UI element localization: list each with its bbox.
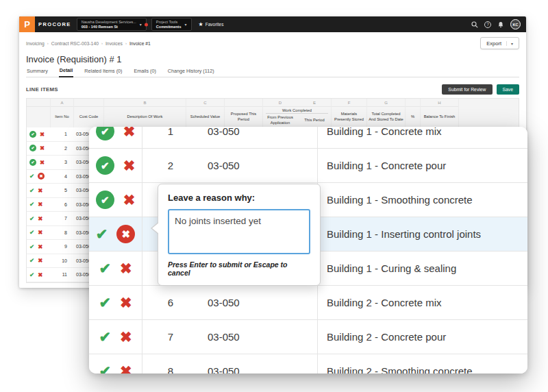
help-icon[interactable]: ? [484,21,491,28]
column-group-work-completed: DEWork CompletedFrom Previous Applicatio… [262,99,331,127]
procore-logo-icon[interactable]: P [19,16,35,32]
description-cell: Building 1 - Concrete pour [317,149,527,182]
column-letter: A [51,99,73,107]
reject-x-icon[interactable]: ✖ [40,132,45,138]
tab-related-items-0[interactable]: Related Items (0) [84,66,123,77]
approve-check-icon[interactable]: ✔ [96,156,114,175]
approve-check-icon[interactable]: ✔ [96,127,114,140]
user-avatar[interactable]: KC [510,19,521,29]
column-letter: C [186,99,224,107]
reject-x-icon[interactable]: ✖ [38,272,42,278]
company-selector[interactable]: Nausha Development Services... 003 - 140… [77,18,147,31]
reject-x-icon[interactable]: ✖ [120,364,132,373]
approve-check-icon[interactable]: ✔ [99,364,111,373]
search-icon[interactable] [471,19,478,31]
reject-x-icon[interactable]: ✖ [40,160,45,166]
description-cell: Building 1 - Curing & sealing [317,252,527,285]
column-header-proposed-this-period: Proposed This Period [225,107,262,127]
top-bar: P PROCORE Nausha Development Services...… [19,16,526,32]
reject-x-icon[interactable]: ✖ [123,127,136,138]
zoom-table-row[interactable]: ✔✖603-050Building 2 - Concrete mix [89,286,527,320]
description-cell: Building 2 - Concrete pour [317,320,527,354]
column-header-from-previous-application: From Previous Application [263,114,297,127]
approve-check-icon[interactable]: ✔ [29,244,34,250]
zoom-table-row[interactable]: ✔✖803-050Building 2 - Smoothing concrete [89,354,527,373]
item-no-cell: 2 [142,149,199,182]
description-cell: Building 2 - Smoothing concrete [317,354,527,373]
reject-x-icon[interactable]: ✖ [38,173,45,180]
column-description-of-work: BDescription Of Work [103,99,186,127]
reject-x-icon[interactable]: ✖ [120,330,132,344]
column-header-empty [27,107,50,127]
breadcrumb-item-contract-rsc-003-140[interactable]: Contract RSC-003-140 [51,41,99,46]
approve-check-icon[interactable]: ✔ [29,159,36,166]
export-button[interactable]: Export ▾ [480,37,519,49]
approve-check-icon[interactable]: ✔ [29,272,34,278]
zoom-table-row[interactable]: ✔✖203-050Building 1 - Concrete pour [89,149,527,183]
reject-x-icon[interactable]: ✖ [38,216,42,222]
item-no-cell: 1 [142,127,199,148]
approve-check-icon[interactable]: ✔ [29,173,34,180]
chevron-down-icon: ▾ [506,41,513,46]
column-letter [406,99,420,107]
reject-x-icon[interactable]: ✖ [123,158,136,173]
breadcrumb-item-invoice-1: Invoice #1 [129,41,151,46]
tool-name: Commitments [156,25,182,29]
column-header-: % [406,107,420,127]
tab-summary[interactable]: Summary [26,66,49,77]
approve-check-icon[interactable]: ✔ [29,201,34,208]
tab-detail[interactable]: Detail [59,66,74,77]
tab-change-history-112[interactable]: Change History (112) [167,66,215,77]
reject-x-icon[interactable]: ✖ [120,295,132,310]
bell-icon[interactable] [497,19,504,31]
column-letter: H [421,99,458,107]
reason-input[interactable]: No joints inserted yet [168,209,310,254]
column-group-label: Work Completed [266,107,328,114]
tab-emails-0[interactable]: Emails (0) [133,66,156,77]
approve-check-icon[interactable]: ✔ [29,258,34,264]
approve-check-icon[interactable]: ✔ [99,261,111,275]
save-button[interactable]: Save [497,84,520,95]
reject-x-icon[interactable]: ✖ [116,225,135,243]
approve-check-icon[interactable]: ✔ [99,295,111,310]
breadcrumb-item-invoices[interactable]: Invoices [105,41,123,46]
column-: % [405,99,420,127]
approve-check-icon[interactable]: ✔ [96,191,114,209]
breadcrumb: Invoicing›Contract RSC-003-140›Invoices›… [26,41,151,46]
item-no-cell: 7 [50,216,73,221]
reject-x-icon[interactable]: ✖ [40,145,45,151]
approve-check-icon[interactable]: ✔ [29,131,36,138]
column-letter: E [297,99,332,107]
favorites-button[interactable]: ★ Favorites [199,22,224,27]
procore-logo-text: PROCORE [38,21,71,27]
project-name: 003 - 140 Remsen St [82,25,136,29]
favorites-label: Favorites [206,22,224,27]
reject-x-icon[interactable]: ✖ [38,244,42,250]
reject-x-icon[interactable]: ✖ [38,201,42,208]
reject-x-icon[interactable]: ✖ [120,261,132,275]
approve-check-icon[interactable]: ✔ [29,145,36,151]
reject-x-icon[interactable]: ✖ [38,258,42,264]
item-no-cell: 3 [50,160,73,164]
item-no-cell: 8 [50,230,73,235]
approve-check-icon[interactable]: ✔ [29,188,34,194]
approve-check-icon[interactable]: ✔ [29,216,34,222]
zoom-table-row[interactable]: ✔✖103-050Building 1 - Concrete mix [89,127,527,149]
approve-check-icon[interactable]: ✔ [96,227,108,241]
approve-check-icon[interactable]: ✔ [29,230,34,236]
project-tools-selector[interactable]: Project Tools Commitments ▾ [151,18,192,31]
column-select [27,99,50,127]
tools-label: Project Tools [156,20,182,25]
approve-check-icon[interactable]: ✔ [99,330,111,344]
zoom-table-row[interactable]: ✔✖703-050Building 2 - Concrete pour [89,320,527,354]
item-no-cell: 4 [50,174,73,179]
breadcrumb-item-invoicing[interactable]: Invoicing [26,41,45,46]
reject-x-icon[interactable]: ✖ [38,230,42,236]
company-name: Nausha Development Services... [82,20,136,25]
reject-x-icon[interactable]: ✖ [123,193,136,207]
chevron-down-icon: ▾ [140,22,142,27]
item-no-cell: 11 [50,272,73,277]
reject-x-icon[interactable]: ✖ [38,188,42,194]
submit-for-review-button[interactable]: Submit for Review [442,84,492,95]
cost-code-cell: 03-050 [199,286,317,319]
